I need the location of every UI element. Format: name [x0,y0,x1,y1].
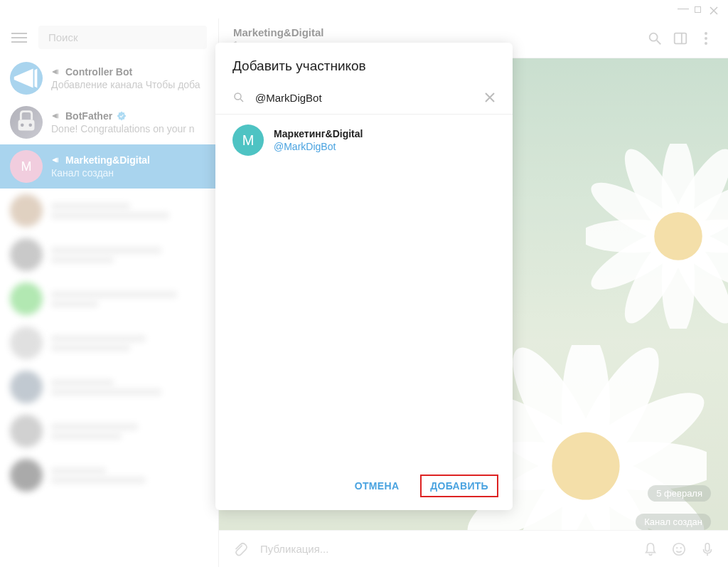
modal-search-input[interactable]: @MarkDigBot [255,92,474,104]
add-button[interactable]: ДОБАВИТЬ [420,475,498,497]
modal-title: Добавить участников [215,43,513,84]
avatar: М [232,124,264,156]
cancel-button[interactable]: ОТМЕНА [348,476,406,496]
svg-point-37 [235,93,241,100]
search-icon [232,91,245,104]
modal-overlay[interactable]: Добавить участников @MarkDigBot М Маркет… [0,0,728,567]
add-members-modal: Добавить участников @MarkDigBot М Маркет… [215,43,513,510]
clear-icon[interactable] [484,92,496,103]
result-name: Маркетинг&Digital [274,128,363,139]
result-handle: @MarkDigBot [274,141,363,152]
search-result-item[interactable]: М Маркетинг&Digital @MarkDigBot [215,115,513,166]
